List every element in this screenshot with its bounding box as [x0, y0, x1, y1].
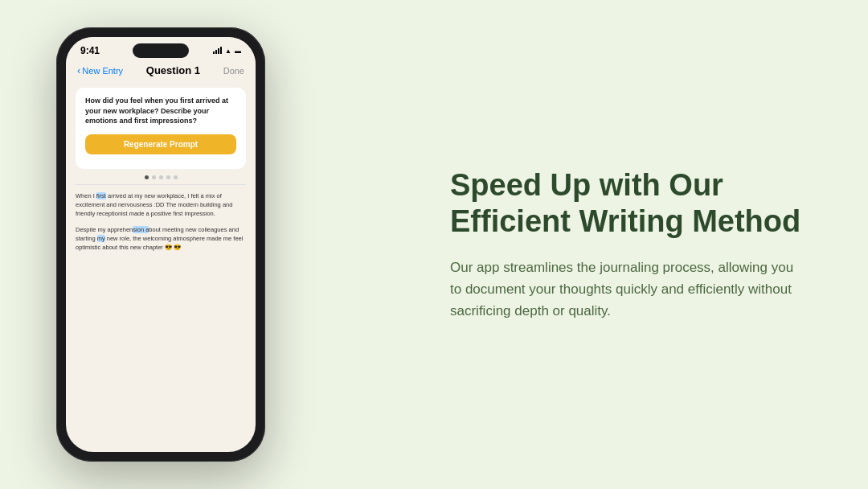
dot-5[interactable]	[174, 175, 178, 179]
description-text: Our app streamlines the journaling proce…	[450, 257, 804, 323]
signal-bars-icon	[213, 47, 222, 54]
content-area: How did you feel when you first arrived …	[66, 83, 256, 263]
status-time: 9:41	[80, 45, 100, 56]
back-label: New Entry	[82, 66, 123, 76]
question-text: How did you feel when you first arrived …	[85, 96, 236, 126]
regenerate-button[interactable]: Regenerate Prompt	[85, 134, 236, 154]
wifi-icon: ▲	[225, 47, 231, 55]
journal-paragraph-2: Despite my apprehension about meeting ne…	[76, 225, 246, 253]
nav-bar: ‹ New Entry Question 1 Done	[66, 60, 256, 83]
chevron-left-icon: ‹	[77, 64, 80, 76]
nav-title: Question 1	[146, 64, 200, 76]
main-heading: Speed Up with Our Efficient Writing Meth…	[450, 167, 804, 240]
heading-line-2: Efficient Writing Method	[450, 204, 800, 238]
journal-paragraph-1: When I first arrived at my new workplace…	[76, 191, 246, 219]
highlight-first: first	[96, 192, 106, 199]
dot-4[interactable]	[166, 175, 170, 179]
highlight-my: my	[97, 235, 105, 242]
done-button[interactable]: Done	[223, 66, 244, 76]
status-icons: ▲ ▬	[213, 47, 241, 55]
back-button[interactable]: ‹ New Entry	[77, 64, 123, 76]
heading-line-1: Speed Up with Our	[450, 168, 723, 202]
dot-3[interactable]	[159, 175, 163, 179]
right-content: Speed Up with Our Efficient Writing Meth…	[402, 167, 804, 323]
phone-frame: 9:41 ▲ ▬ ‹	[56, 27, 265, 462]
dynamic-island	[133, 43, 189, 58]
phone-wrapper: 9:41 ▲ ▬ ‹	[48, 27, 273, 462]
highlight-sion: sion a	[133, 226, 149, 233]
dot-1[interactable]	[145, 175, 149, 179]
divider	[76, 184, 246, 185]
dot-2[interactable]	[152, 175, 156, 179]
pagination-dots	[76, 175, 246, 179]
battery-icon: ▬	[235, 47, 241, 55]
page-container: 9:41 ▲ ▬ ‹	[0, 0, 868, 489]
phone-screen: 9:41 ▲ ▬ ‹	[66, 37, 256, 452]
question-card: How did you feel when you first arrived …	[76, 88, 246, 169]
